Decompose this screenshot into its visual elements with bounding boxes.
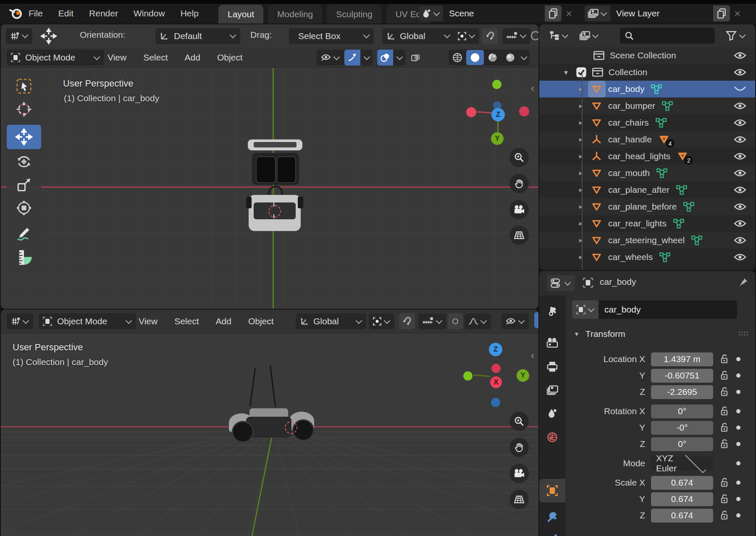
eye-open-icon[interactable]: [734, 219, 746, 228]
tab-view-layer[interactable]: [539, 378, 565, 402]
eye-open-icon[interactable]: [734, 236, 746, 244]
view-layer-dropdown-button[interactable]: [585, 5, 610, 21]
eye-open-icon[interactable]: [734, 202, 746, 211]
object-id-dropdown[interactable]: [572, 300, 598, 319]
viewport-menu-item[interactable]: Object: [246, 316, 276, 326]
number-field[interactable]: 0°: [651, 405, 713, 418]
proportional-edit-icon[interactable]: [530, 30, 538, 41]
viewport-menu-item[interactable]: Add: [213, 316, 234, 326]
animate-dot-icon[interactable]: [735, 497, 742, 501]
pan-hand-button[interactable]: [509, 438, 529, 457]
pivot-point-dropdown[interactable]: [369, 313, 394, 329]
camera-view-button[interactable]: [509, 464, 529, 483]
gizmo-ball-y-neg[interactable]: [463, 371, 472, 381]
editor-type-button[interactable]: [7, 313, 33, 329]
eye-open-icon[interactable]: [734, 102, 746, 110]
tool-transform[interactable]: [7, 197, 41, 218]
outliner-object-row[interactable]: ► car_plane_after: [539, 181, 755, 198]
snap-toggle-button[interactable]: [482, 28, 498, 44]
lock-icon[interactable]: [717, 510, 732, 521]
blender-logo-icon[interactable]: [8, 6, 24, 21]
scene-dropdown-button[interactable]: [419, 5, 443, 21]
eye-open-icon[interactable]: [732, 51, 748, 60]
gizmo-dropdown[interactable]: [360, 50, 373, 66]
workspace-tab[interactable]: Layout: [218, 5, 263, 24]
zoom-button[interactable]: [509, 148, 529, 167]
object-name-input[interactable]: car_body: [598, 300, 737, 319]
viewport-menu-item[interactable]: Select: [141, 53, 170, 63]
tab-output[interactable]: [539, 355, 565, 378]
outliner-search-input[interactable]: [620, 28, 715, 44]
show-gizmo-toggle[interactable]: [344, 50, 360, 66]
number-field[interactable]: -2.2695: [651, 385, 713, 399]
gizmo-ball-z[interactable]: Z: [489, 343, 502, 356]
eye-open-icon[interactable]: [734, 186, 746, 194]
lock-icon[interactable]: [717, 406, 732, 417]
object-visibility-dropdown[interactable]: [317, 50, 344, 66]
animate-dot-icon[interactable]: [735, 513, 742, 518]
tab-tool[interactable]: [539, 300, 565, 323]
collection-checkbox[interactable]: [576, 67, 587, 78]
object-visibility-dropdown[interactable]: [501, 313, 529, 329]
gizmo-ball-x-neg[interactable]: [491, 364, 501, 373]
eye-open-icon[interactable]: [734, 253, 746, 261]
scene-copy-button[interactable]: [545, 5, 562, 21]
viewport-top-canvas[interactable]: User Perspective (1) Collection | car_bo…: [1, 68, 538, 309]
shading-solid-icon[interactable]: [466, 50, 484, 65]
outliner-object-row[interactable]: ► car_plane_before: [539, 198, 755, 215]
tab-world[interactable]: [539, 426, 565, 449]
drag-mode-dropdown[interactable]: Select Box: [289, 28, 374, 44]
tool-measure[interactable]: [7, 246, 41, 269]
number-field[interactable]: 1.4397 m: [651, 352, 713, 366]
tool-annotate[interactable]: [7, 223, 41, 244]
workspace-tab[interactable]: Modeling: [268, 5, 322, 24]
falloff-dropdown[interactable]: [465, 313, 491, 329]
lock-icon[interactable]: [717, 386, 732, 397]
tool-scale[interactable]: [7, 174, 41, 195]
rotation-mode-dropdown[interactable]: XYZ Euler: [651, 457, 713, 470]
animate-dot-icon[interactable]: [735, 442, 742, 446]
eye-open-icon[interactable]: [734, 169, 746, 177]
menu-item[interactable]: Render: [88, 7, 119, 20]
tool-select-box[interactable]: [7, 76, 41, 97]
move-gizmo-icon[interactable]: [39, 28, 58, 45]
scene-collection-row[interactable]: Scene Collection: [539, 47, 755, 64]
outliner-display-mode-dropdown[interactable]: [547, 28, 571, 44]
outliner-object-row[interactable]: ► car_rear_lights: [539, 215, 755, 232]
viewport-menu-item[interactable]: View: [136, 316, 160, 326]
show-gizmo-toggle-partial[interactable]: [534, 312, 538, 328]
lock-icon[interactable]: [717, 370, 732, 381]
view-layer-name-field[interactable]: View Layer: [610, 5, 712, 21]
number-field[interactable]: 0.674: [651, 492, 713, 506]
camera-view-button[interactable]: [509, 200, 529, 219]
outliner-object-row[interactable]: ► car_wheels: [539, 249, 755, 265]
mode-dropdown[interactable]: Object Mode: [7, 50, 104, 66]
outliner-object-row[interactable]: ► car_bumper: [539, 97, 755, 114]
orientation-dropdown[interactable]: Default: [155, 28, 240, 44]
eye-open-icon[interactable]: [734, 135, 746, 144]
sidebar-collapse-arrow[interactable]: ‹: [531, 82, 534, 94]
scene-name-field[interactable]: Scene: [443, 5, 544, 21]
transform-panel-header[interactable]: ▼ Transform: [565, 326, 755, 342]
view-layer-remove-button[interactable]: ×: [730, 5, 745, 21]
gizmo-ball-z[interactable]: Z: [491, 108, 505, 121]
pan-hand-button[interactable]: [509, 174, 529, 193]
number-field[interactable]: 0°: [651, 437, 713, 451]
tab-scene[interactable]: [539, 402, 565, 425]
shading-material-icon[interactable]: [484, 52, 501, 63]
lock-icon[interactable]: [717, 422, 732, 433]
animate-dot-icon[interactable]: [735, 426, 742, 430]
snap-target-dropdown[interactable]: [418, 313, 446, 329]
tab-particles[interactable]: [539, 528, 565, 536]
lock-icon[interactable]: [717, 354, 732, 365]
menu-item[interactable]: File: [28, 7, 44, 20]
overlays-dropdown[interactable]: [393, 50, 405, 66]
panel-disclosure-icon[interactable]: ▼: [574, 331, 580, 337]
tool-rotate[interactable]: [7, 151, 41, 172]
menu-item[interactable]: Window: [133, 7, 166, 20]
gizmo-ball-z-neg[interactable]: [491, 398, 500, 407]
gizmo-ball-green[interactable]: [492, 80, 501, 89]
tool-move[interactable]: [7, 125, 41, 149]
animate-dot-icon[interactable]: [735, 357, 742, 361]
lock-icon[interactable]: [717, 439, 732, 449]
